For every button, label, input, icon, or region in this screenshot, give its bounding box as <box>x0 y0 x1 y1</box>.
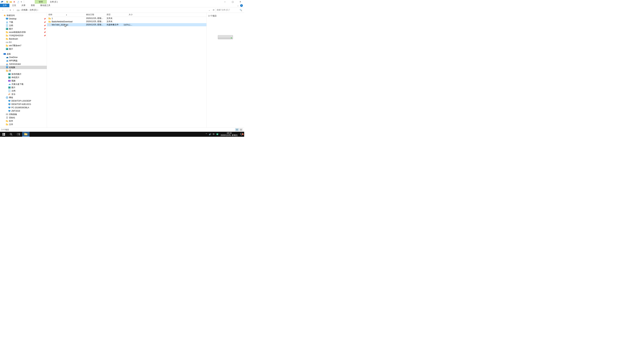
file-row[interactable]: 12020/12/15, 星期二 1...文件夹 <box>47 17 206 20</box>
tree-node[interactable]: 本机照片 <box>0 76 47 79</box>
close-button[interactable]: ✕ <box>236 1 244 3</box>
tree-node[interactable]: 图片 <box>0 86 47 89</box>
ime-indicator[interactable]: 中 <box>212 133 216 136</box>
nav-up-button[interactable]: ↑ <box>12 8 16 12</box>
file-row[interactable]: Win7x64_2020.iso2020/12/25, 星期五 1...光盘映像… <box>47 23 206 26</box>
tree-label: 桌面 <box>7 53 11 55</box>
ribbon-tab-drivetools[interactable]: 驱动器工具 <box>38 4 53 7</box>
explorer-taskbar-button[interactable] <box>22 132 30 137</box>
tree-label: 控制面板 <box>9 113 17 116</box>
tree-node[interactable]: DESKTOP-LSSOEDP <box>0 99 47 103</box>
col-name[interactable]: 名称▲ <box>47 13 85 16</box>
crumb-drive[interactable]: 文档 (E:) <box>29 8 38 11</box>
tree-node[interactable]: win7重装win7 <box>0 44 47 47</box>
net-icon <box>6 96 8 99</box>
col-size[interactable]: 大小 <box>122 13 134 16</box>
col-type[interactable]: 类型 <box>105 13 122 16</box>
details-pane: 3 个项目 <box>206 13 244 133</box>
taskview-button[interactable] <box>15 132 22 137</box>
tree-node[interactable]: 桌面 <box>0 52 47 56</box>
ribbon-tab-file[interactable]: 文件 <box>0 4 10 7</box>
qat-dropdown-icon[interactable]: ▾ <box>20 0 23 3</box>
svg-point-11 <box>6 28 7 29</box>
view-icons-button[interactable] <box>239 128 243 131</box>
svg-point-5 <box>19 10 19 10</box>
navigation-tree[interactable]: 快速访问Desktop📌下载📌文档📌图片📌excel表格制作求和📌YUNQISH… <box>0 13 47 133</box>
tree-node[interactable]: 文档 <box>0 89 47 92</box>
tree-node[interactable]: Desktop📌 <box>0 17 47 20</box>
svg-rect-1 <box>2 1 3 2</box>
help-icon[interactable]: ? <box>240 4 243 7</box>
svg-point-71 <box>10 133 12 135</box>
tree-node[interactable]: 保存的图片 <box>0 72 47 76</box>
tree-node[interactable]: ZMT2019 <box>0 109 47 113</box>
svg-rect-20 <box>6 45 8 46</box>
file-list[interactable]: 名称▲ 修改日期 类型 大小 12020/12/15, 星期二 1...文件夹B… <box>47 13 206 133</box>
vid-icon <box>8 79 11 82</box>
tree-node[interactable]: DESKTOP-NJEU3CG <box>0 103 47 106</box>
ribbon-tab-view[interactable]: 查看 <box>28 4 38 7</box>
qat-delete-icon[interactable]: ✕ <box>13 0 16 3</box>
svg-rect-30 <box>7 70 8 72</box>
chevron-right-icon[interactable]: › <box>38 9 38 11</box>
pic-icon <box>8 86 11 89</box>
tree-node[interactable]: 图片 <box>0 47 47 51</box>
volume-icon[interactable]: 🔊 <box>208 133 212 135</box>
tree-node[interactable]: 软件 <box>0 119 47 123</box>
maximize-button[interactable]: ▢ <box>229 1 236 3</box>
tree-node[interactable]: 天翼云盘下载 <box>0 82 47 86</box>
security-icon[interactable] <box>216 133 219 135</box>
svg-point-23 <box>6 48 7 49</box>
address-dropdown-icon[interactable]: ⌄ <box>208 9 211 11</box>
file-row[interactable]: BaiduNetdiskDownload2020/12/25, 星期五 1...… <box>47 20 206 23</box>
qat-properties-icon[interactable] <box>6 0 8 3</box>
tree-node[interactable]: Administrator <box>0 62 47 66</box>
ribbon-tab-home[interactable]: 主页 <box>10 4 19 7</box>
ribbon-tab-share[interactable]: 共享 <box>19 4 28 7</box>
tree-node[interactable]: 此电脑 <box>0 66 47 69</box>
tree-label: 图片 <box>9 48 13 50</box>
minimize-button[interactable]: ─ <box>221 1 229 3</box>
crumb-pc[interactable]: 此电脑 <box>21 8 28 11</box>
tree-node[interactable]: 库 <box>0 69 47 72</box>
tree-node[interactable]: PC-20190530OBLA <box>0 106 47 109</box>
tree-node[interactable]: 网络 <box>0 96 47 99</box>
ribbon-collapse-icon[interactable]: ⌄ <box>237 4 239 7</box>
tree-node[interactable]: 控制面板 <box>0 113 47 116</box>
pin-icon: 📌 <box>44 18 46 20</box>
view-details-button[interactable] <box>235 128 239 131</box>
tree-node[interactable]: OneDrive <box>0 56 47 59</box>
taskbar-clock[interactable]: 16:32 2020/12/25, 星期五 <box>219 132 239 136</box>
ribbon-context-tab[interactable]: 管理 <box>35 0 47 4</box>
tree-node[interactable]: 下载📌 <box>0 20 47 24</box>
svg-rect-69 <box>2 134 4 136</box>
refresh-button[interactable]: ⟳ <box>212 9 216 11</box>
tree-node[interactable]: 快速访问 <box>0 14 47 17</box>
svg-rect-15 <box>6 35 7 35</box>
col-date[interactable]: 修改日期 <box>85 13 105 16</box>
tree-node[interactable]: YUNQISHI2019📌 <box>0 34 47 37</box>
nav-forward-button[interactable]: → <box>5 8 9 12</box>
search-icon[interactable]: 🔍 <box>240 9 242 11</box>
tree-node[interactable]: 文件 <box>0 123 47 126</box>
tree-node[interactable]: 文档📌 <box>0 24 47 27</box>
tree-node[interactable]: 音乐 <box>0 92 47 96</box>
action-center-button[interactable]: 3 <box>239 133 244 135</box>
svg-point-50 <box>6 114 7 114</box>
nav-back-button[interactable]: ← <box>1 8 5 12</box>
start-button[interactable] <box>0 132 8 137</box>
tree-node[interactable]: Bandicam <box>0 37 47 40</box>
tree-node[interactable]: excel表格制作求和📌 <box>0 30 47 34</box>
tree-node[interactable]: 回收站 <box>0 116 47 119</box>
tree-node[interactable]: G:\ <box>0 40 47 44</box>
breadcrumb[interactable]: › 此电脑 › 文档 (E:) › ⌄ <box>16 8 211 12</box>
tree-node[interactable]: 视频 <box>0 79 47 82</box>
search-button[interactable] <box>8 132 15 137</box>
tree-node[interactable]: WPS网盘 <box>0 59 47 62</box>
tree-node[interactable]: 图片📌 <box>0 27 47 30</box>
search-input[interactable]: 搜索"文档 (E:)" 🔍 <box>216 8 243 12</box>
qat-newfolder-icon[interactable] <box>10 0 12 3</box>
tray-overflow-icon[interactable]: ⌃ <box>204 133 208 135</box>
nav-recent-dropdown[interactable]: ▾ <box>9 8 12 12</box>
qat-undo-icon[interactable] <box>16 0 19 3</box>
